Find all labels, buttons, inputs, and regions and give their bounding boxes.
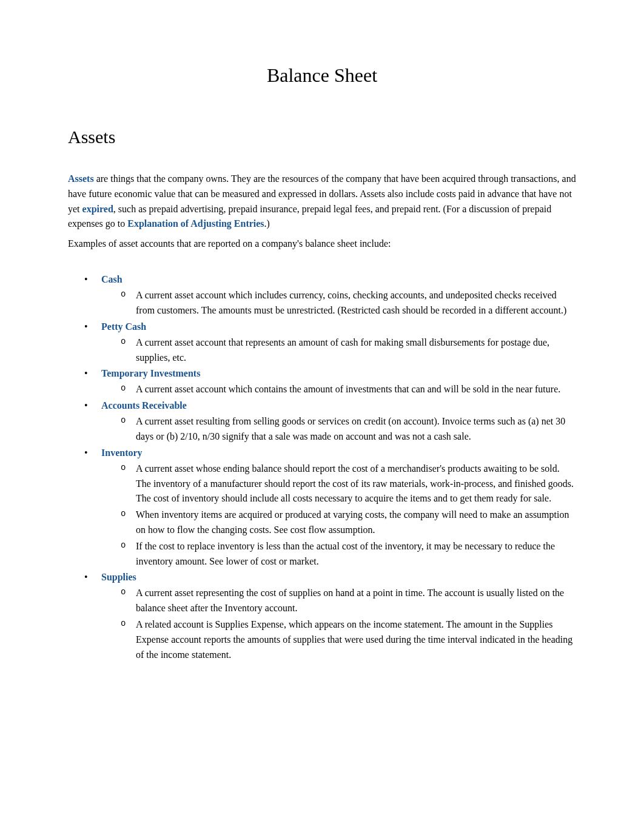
inner-list: A current asset representing the cost of… bbox=[101, 586, 576, 662]
link-petty-cash[interactable]: Petty Cash bbox=[101, 320, 146, 334]
inner-list: A current asset account that represents … bbox=[101, 335, 576, 366]
description-item: When inventory items are acquired or pro… bbox=[121, 508, 576, 538]
page-title: Balance Sheet bbox=[68, 61, 576, 90]
asset-accounts-list: Cash A current asset account which inclu… bbox=[68, 272, 576, 662]
section-heading-assets: Assets bbox=[68, 123, 576, 150]
description-item: A current asset account which includes c… bbox=[121, 288, 576, 318]
link-assets[interactable]: Assets bbox=[68, 173, 94, 184]
inner-list: A current asset whose ending balance sho… bbox=[101, 461, 576, 569]
examples-intro: Examples of asset accounts that are repo… bbox=[68, 236, 576, 251]
description-item: A current asset account that represents … bbox=[121, 335, 576, 366]
link-explanation-adjusting-entries[interactable]: Explanation of Adjusting Entries bbox=[127, 218, 264, 229]
list-item-temporary-investments: Temporary Investments A current asset ac… bbox=[89, 366, 576, 397]
list-item-supplies: Supplies A current asset representing th… bbox=[89, 570, 576, 662]
list-item-accounts-receivable: Accounts Receivable A current asset resu… bbox=[89, 398, 576, 444]
link-cash[interactable]: Cash bbox=[101, 272, 122, 287]
link-inventory[interactable]: Inventory bbox=[101, 446, 143, 460]
description-item: A current asset whose ending balance sho… bbox=[121, 461, 576, 506]
intro-paragraph: Assets are things that the company owns.… bbox=[68, 172, 576, 232]
description-item: A current asset resulting from selling g… bbox=[121, 414, 576, 444]
description-item: A current asset account which contains t… bbox=[121, 382, 576, 397]
description-item: A current asset representing the cost of… bbox=[121, 586, 576, 616]
list-item-cash: Cash A current asset account which inclu… bbox=[89, 272, 576, 318]
link-temporary-investments[interactable]: Temporary Investments bbox=[101, 366, 200, 381]
inner-list: A current asset resulting from selling g… bbox=[101, 414, 576, 444]
inner-list: A current asset account which includes c… bbox=[101, 288, 576, 318]
link-supplies[interactable]: Supplies bbox=[101, 570, 136, 585]
description-item: If the cost to replace inventory is less… bbox=[121, 539, 576, 569]
inner-list: A current asset account which contains t… bbox=[101, 382, 576, 397]
list-item-petty-cash: Petty Cash A current asset account that … bbox=[89, 320, 576, 366]
link-accounts-receivable[interactable]: Accounts Receivable bbox=[101, 398, 187, 413]
description-item: A related account is Supplies Expense, w… bbox=[121, 617, 576, 662]
link-expired[interactable]: expired bbox=[82, 204, 113, 214]
list-item-inventory: Inventory A current asset whose ending b… bbox=[89, 446, 576, 569]
intro-text-3: .) bbox=[264, 218, 270, 229]
